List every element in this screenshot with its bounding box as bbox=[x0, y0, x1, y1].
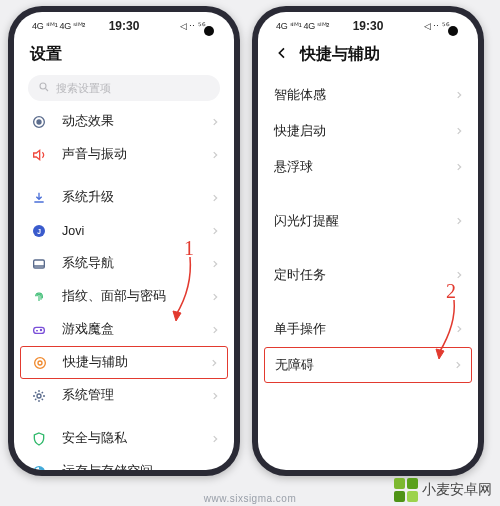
chevron-right-icon bbox=[454, 212, 464, 230]
shortcuts-list: 智能体感 快捷启动 悬浮球 闪光灯提醒 定时 bbox=[258, 71, 478, 383]
screen-left: 4G ˢᴵᴹ¹ 4G ˢᴵᴹ² 19:30 ◁ ⋅⋅ ⁵⁶ 设置 搜索设置项 动… bbox=[14, 12, 234, 470]
chevron-right-icon bbox=[210, 387, 220, 405]
row-label: 系统升级 bbox=[62, 189, 210, 206]
status-battery: ◁ ⋅⋅ ⁵⁶ bbox=[180, 21, 220, 31]
svg-point-3 bbox=[37, 120, 41, 124]
status-bar: 4G ˢᴵᴹ¹ 4G ˢᴵᴹ² 19:30 ◁ ⋅⋅ ⁵⁶ bbox=[258, 12, 478, 40]
row-motion-sensing[interactable]: 智能体感 bbox=[258, 77, 478, 113]
row-flash-alert[interactable]: 闪光灯提醒 bbox=[258, 203, 478, 239]
row-quick-launch[interactable]: 快捷启动 bbox=[258, 113, 478, 149]
page-title: 设置 bbox=[30, 44, 62, 65]
row-one-hand-mode[interactable]: 单手操作 bbox=[258, 311, 478, 347]
back-button[interactable] bbox=[274, 45, 290, 65]
chevron-right-icon bbox=[210, 146, 220, 164]
game-icon bbox=[30, 321, 48, 339]
watermark-text: 小麦安卓网 bbox=[422, 481, 492, 499]
row-label: 安全与隐私 bbox=[62, 430, 210, 447]
punch-hole-camera bbox=[448, 26, 458, 36]
row-accessibility[interactable]: 无障碍 bbox=[264, 347, 472, 383]
status-battery: ◁ ⋅⋅ ⁵⁶ bbox=[424, 21, 464, 31]
manage-icon bbox=[30, 387, 48, 405]
shortcut-icon bbox=[31, 354, 49, 372]
row-label: 闪光灯提醒 bbox=[274, 213, 454, 230]
storage-icon bbox=[30, 463, 48, 471]
row-label: 快捷与辅助 bbox=[63, 354, 209, 371]
phone-left: 4G ˢᴵᴹ¹ 4G ˢᴵᴹ² 19:30 ◁ ⋅⋅ ⁵⁶ 设置 搜索设置项 动… bbox=[8, 6, 240, 476]
row-label: 指纹、面部与密码 bbox=[62, 288, 210, 305]
row-jovi[interactable]: J Jovi bbox=[14, 214, 234, 247]
chevron-right-icon bbox=[453, 356, 463, 374]
chevron-right-icon bbox=[210, 113, 220, 131]
status-signal: 4G ˢᴵᴹ¹ 4G ˢᴵᴹ² bbox=[32, 21, 85, 31]
row-label: 运存与存储空间 bbox=[62, 463, 210, 470]
row-float-ball[interactable]: 悬浮球 bbox=[258, 149, 478, 185]
svg-point-13 bbox=[35, 357, 46, 368]
svg-text:J: J bbox=[37, 227, 41, 234]
page-header: 设置 bbox=[14, 40, 234, 71]
row-security-privacy[interactable]: 安全与隐私 bbox=[14, 422, 234, 455]
search-input[interactable]: 搜索设置项 bbox=[28, 75, 220, 101]
page-header: 快捷与辅助 bbox=[258, 40, 478, 71]
search-icon bbox=[38, 81, 50, 95]
status-bar: 4G ˢᴵᴹ¹ 4G ˢᴵᴹ² 19:30 ◁ ⋅⋅ ⁵⁶ bbox=[14, 12, 234, 40]
row-label: 声音与振动 bbox=[62, 146, 210, 163]
update-icon bbox=[30, 189, 48, 207]
watermark-logo-icon bbox=[394, 478, 418, 502]
security-icon bbox=[30, 430, 48, 448]
svg-rect-9 bbox=[34, 327, 45, 333]
status-time: 19:30 bbox=[353, 19, 384, 33]
chevron-right-icon bbox=[454, 122, 464, 140]
row-label: 智能体感 bbox=[274, 87, 454, 104]
chevron-right-icon bbox=[210, 288, 220, 306]
svg-marker-4 bbox=[34, 150, 40, 159]
phone-right: 4G ˢᴵᴹ¹ 4G ˢᴵᴹ² 19:30 ◁ ⋅⋅ ⁵⁶ 快捷与辅助 智能体感… bbox=[252, 6, 484, 476]
row-label: 单手操作 bbox=[274, 321, 454, 338]
chevron-right-icon bbox=[210, 255, 220, 273]
row-label: Jovi bbox=[62, 224, 210, 238]
screen-right: 4G ˢᴵᴹ¹ 4G ˢᴵᴹ² 19:30 ◁ ⋅⋅ ⁵⁶ 快捷与辅助 智能体感… bbox=[258, 12, 478, 470]
page-title: 快捷与辅助 bbox=[300, 44, 380, 65]
chevron-right-icon bbox=[454, 320, 464, 338]
row-sound-vibration[interactable]: 声音与振动 bbox=[14, 138, 234, 171]
sound-icon bbox=[30, 146, 48, 164]
row-system-update[interactable]: 系统升级 bbox=[14, 181, 234, 214]
row-label: 快捷启动 bbox=[274, 123, 454, 140]
jovi-icon: J bbox=[30, 222, 48, 240]
row-label: 悬浮球 bbox=[274, 159, 454, 176]
chevron-right-icon bbox=[210, 222, 220, 240]
svg-line-1 bbox=[46, 89, 49, 92]
row-label: 无障碍 bbox=[275, 357, 453, 374]
chevron-right-icon bbox=[210, 321, 220, 339]
chevron-right-icon bbox=[454, 158, 464, 176]
settings-list: 动态效果 声音与振动 系统升级 J Jovi bbox=[14, 105, 234, 470]
row-dynamic-effects[interactable]: 动态效果 bbox=[14, 105, 234, 138]
svg-point-14 bbox=[38, 361, 42, 365]
chevron-right-icon bbox=[454, 266, 464, 284]
punch-hole-camera bbox=[204, 26, 214, 36]
row-shortcuts-accessibility[interactable]: 快捷与辅助 bbox=[20, 346, 228, 379]
search-placeholder: 搜索设置项 bbox=[56, 81, 111, 96]
svg-point-15 bbox=[37, 394, 41, 398]
sigma-watermark: www.sixsigma.com bbox=[204, 493, 296, 504]
svg-point-12 bbox=[40, 329, 41, 330]
row-label: 系统导航 bbox=[62, 255, 210, 272]
row-ram-storage[interactable]: 运存与存储空间 bbox=[14, 455, 234, 470]
status-signal: 4G ˢᴵᴹ¹ 4G ˢᴵᴹ² bbox=[276, 21, 329, 31]
row-system-management[interactable]: 系统管理 bbox=[14, 379, 234, 412]
fingerprint-icon bbox=[30, 288, 48, 306]
row-system-nav[interactable]: 系统导航 bbox=[14, 247, 234, 280]
row-label: 系统管理 bbox=[62, 387, 210, 404]
row-scheduled-tasks[interactable]: 定时任务 bbox=[258, 257, 478, 293]
row-game-box[interactable]: 游戏魔盒 bbox=[14, 313, 234, 346]
row-fingerprint-face-password[interactable]: 指纹、面部与密码 bbox=[14, 280, 234, 313]
chevron-right-icon bbox=[210, 430, 220, 448]
row-label: 动态效果 bbox=[62, 113, 210, 130]
row-label: 游戏魔盒 bbox=[62, 321, 210, 338]
row-label: 定时任务 bbox=[274, 267, 454, 284]
chevron-right-icon bbox=[209, 354, 219, 372]
site-watermark: 小麦安卓网 bbox=[394, 478, 492, 502]
nav-icon bbox=[30, 255, 48, 273]
status-time: 19:30 bbox=[109, 19, 140, 33]
chevron-right-icon bbox=[454, 86, 464, 104]
chevron-right-icon bbox=[210, 463, 220, 471]
